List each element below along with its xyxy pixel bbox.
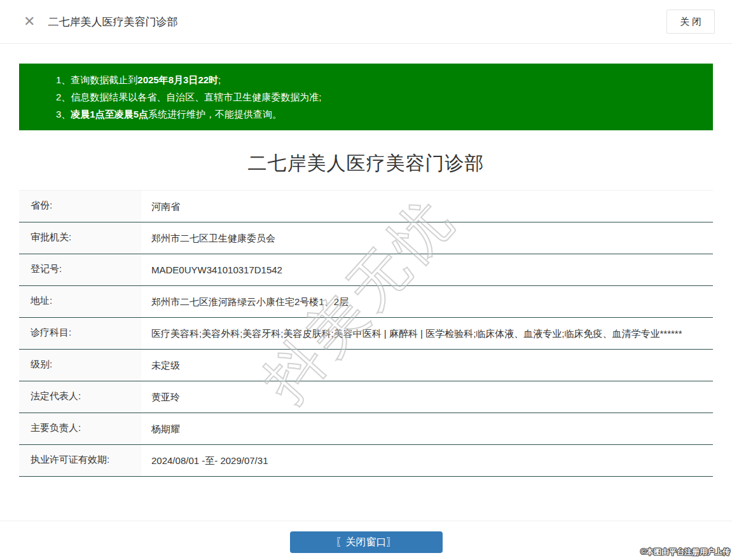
close-x-icon[interactable]: ✕ [24,15,35,29]
field-value: 2024/08/01 -至- 2029/07/31 [141,445,713,476]
field-label: 诊疗科目: [19,318,141,349]
table-row: 地址:郑州市二七区淮河路绿云小康住宅2号楼1、2层 [19,286,713,318]
table-row: 省份:河南省 [19,191,713,222]
window-title: 二七岸美人医疗美容门诊部 [48,15,177,29]
table-row: 登记号:MADE0UYW341010317D1542 [19,254,713,286]
field-label: 登记号: [19,254,141,285]
table-row: 级别:未定级 [19,350,713,381]
table-row: 诊疗科目:医疗美容科;美容外科;美容牙科;美容皮肤科;美容中医科 | 麻醉科 |… [19,318,713,350]
field-value: 黄亚玲 [141,381,713,413]
table-row: 审批机关:郑州市二七区卫生健康委员会 [19,222,713,254]
notice-box: 1、查询数据截止到2025年8月3日22时;2、信息数据结果以各省、自治区、直辖… [19,64,713,130]
close-window-button[interactable]: 〖关闭窗口〗 [290,531,443,553]
notice-line: 3、凌晨1点至凌晨5点系统进行维护，不能提供查询。 [56,106,700,123]
table-row: 法定代表人:黄亚玲 [19,381,713,413]
field-label: 法定代表人: [19,381,141,413]
field-value: 医疗美容科;美容外科;美容牙科;美容皮肤科;美容中医科 | 麻醉科 | 医学检验… [141,318,713,349]
close-button[interactable]: 关 闭 [666,10,715,34]
field-value: 未定级 [141,350,713,381]
field-value: MADE0UYW341010317D1542 [141,254,713,285]
field-value: 杨期耀 [141,413,713,444]
field-label: 地址: [19,286,141,317]
field-value: 河南省 [141,191,713,222]
footer: 〖关闭窗口〗 [0,521,732,560]
field-label: 执业许可证有效期: [19,445,141,476]
page-title: 二七岸美人医疗美容门诊部 [0,151,732,177]
table-row: 执业许可证有效期:2024/08/01 -至- 2029/07/31 [19,445,713,477]
field-value: 郑州市二七区卫生健康委员会 [141,222,713,254]
field-label: 主要负责人: [19,413,141,444]
field-label: 审批机关: [19,222,141,254]
field-label: 级别: [19,350,141,381]
notice-line: 1、查询数据截止到2025年8月3日22时; [56,71,700,88]
copyright-watermark: ©本图由平台注册用户上传 [640,547,730,557]
header: ✕ 二七岸美人医疗美容门诊部 关 闭 [0,0,732,44]
table-row: 主要负责人:杨期耀 [19,413,713,445]
field-label: 省份: [19,191,141,222]
info-table: 省份:河南省审批机关:郑州市二七区卫生健康委员会登记号:MADE0UYW3410… [19,190,713,477]
field-value: 郑州市二七区淮河路绿云小康住宅2号楼1、2层 [141,286,713,317]
notice-line: 2、信息数据结果以各省、自治区、直辖市卫生健康委数据为准; [56,88,700,106]
